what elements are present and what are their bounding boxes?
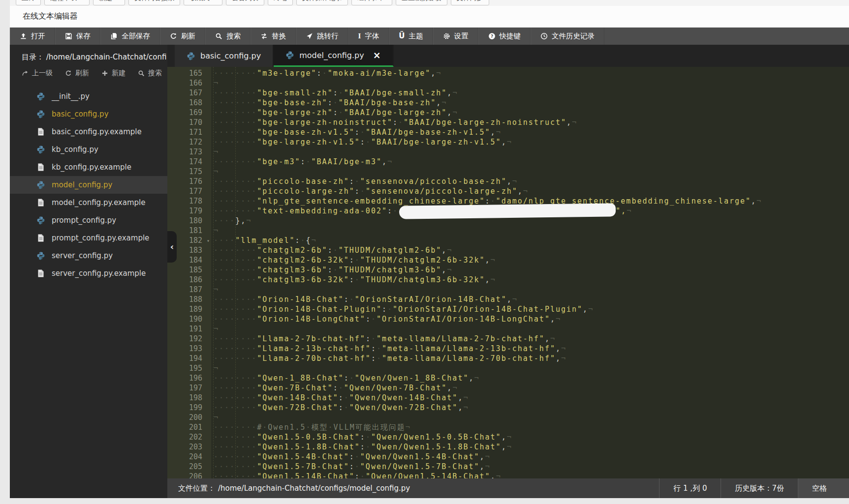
file-location-path: /home/Langchain-Chatchat/configs/model_c… <box>218 484 410 493</box>
code-line-201: 201········#·Qwen1.5·模型·VLLM可能出现问题¬ <box>167 422 849 432</box>
save-button[interactable]: 保存 <box>55 28 100 45</box>
punctuation-token: : <box>355 187 360 196</box>
shortcuts-button[interactable]: ?快捷键 <box>478 28 531 45</box>
sidebar-refresh-button[interactable]: 刷新 <box>65 69 89 78</box>
editor-app-window: 上传远程下载 ∨新建 ∨文件内容搜索收藏夹 ∨公告列表终端文件操作记录组目录 (… <box>10 0 849 498</box>
whitespace-dots: ········ <box>214 187 257 196</box>
line-number: 177 <box>167 186 211 196</box>
string-token: "llm_model" <box>235 236 295 245</box>
whitespace-dots: ········ <box>214 384 257 392</box>
status-history-count: 历史版本：7份 <box>721 478 798 498</box>
code-line-content: ¬ <box>211 324 219 334</box>
top-menu-item-6[interactable]: 终端 <box>268 0 293 5</box>
python-file-icon <box>36 110 45 119</box>
whitespace-dots: · <box>355 462 360 471</box>
sidebar-collapse-handle[interactable]: ‹ <box>167 231 177 263</box>
line-number: 180 <box>167 216 211 226</box>
file-item-basic_config.py.example[interactable]: basic_config.py.example <box>10 123 167 141</box>
search-button[interactable]: 搜索 <box>205 28 251 45</box>
sidebar-search-button[interactable]: 搜索 <box>138 69 162 78</box>
code-line-172: 172········"bge-large-zh-v1.5":·"BAAI/bg… <box>167 137 849 147</box>
line-number: 193 <box>167 344 211 354</box>
file-item-prompt_config.py.example[interactable]: prompt_config.py.example <box>10 229 167 247</box>
line-number: 174 <box>167 157 211 167</box>
settings-button[interactable]: 设置 <box>433 28 478 45</box>
python-file-icon <box>285 51 294 59</box>
punctuation-token: , <box>447 108 452 117</box>
code-line-191: 191¬ <box>167 324 849 334</box>
whitespace-dots: · <box>360 128 366 137</box>
code-line-content: ········"Llama-2-70b-chat-hf":·"meta-lla… <box>211 354 566 363</box>
top-menu-item-8[interactable]: 组目录 (2 <box>351 0 392 5</box>
tab-basic_config.py[interactable]: basic_config.py <box>175 45 274 67</box>
newline-mark: ¬ <box>485 462 491 471</box>
font-button[interactable]: I字体 <box>348 28 389 45</box>
code-line-204: 204········"Qwen1.5-4B-Chat":·"Qwen/Qwen… <box>167 452 849 462</box>
sidebar-up-level-button[interactable]: 上一级 <box>22 69 53 78</box>
file-item-prompt_config.py[interactable]: prompt_config.py <box>10 211 167 229</box>
string-token: "bge-large-zh-v1.5" <box>257 138 360 147</box>
code-line-content: ········#·Qwen1.5·模型·VLLM可能出现问题¬ <box>211 422 411 432</box>
top-menu-item-5[interactable]: 公告列表 <box>226 0 264 5</box>
code-line-189: 189········"Orion-14B-Chat-Plugin":·"Ori… <box>167 304 849 314</box>
main-area: 目录： /home/Langchain-Chatchat/confi 上一级刷新… <box>10 45 849 498</box>
punctuation-token: : <box>333 108 339 117</box>
code-line-202: 202········"Qwen1.5-0.5B-Chat":·"Qwen/Qw… <box>167 432 849 442</box>
search-label: 搜索 <box>226 31 241 41</box>
string-token: "meta-llama/Llama-2-13b-chat-hf" <box>382 344 556 353</box>
top-menu-item-7[interactable]: 文件操作记录 <box>296 0 348 5</box>
top-menu-item-3[interactable]: 文件内容搜索 <box>128 0 180 5</box>
refresh-button[interactable]: 刷新 <box>160 28 205 45</box>
top-menu-item-2[interactable]: 新建 ∨ <box>93 0 125 5</box>
string-token: "Qwen/Qwen-7B-Chat" <box>344 384 447 392</box>
goto-line-label: 跳转行 <box>317 31 339 41</box>
file-list: __init__.pybasic_config.pybasic_config.p… <box>10 88 167 498</box>
line-number: 200 <box>167 413 211 422</box>
file-item-server_config.py.example[interactable]: server_config.py.example <box>10 265 167 282</box>
code-line-content: ········"bge-m3":·"BAAI/bge-m3",¬ <box>211 157 393 167</box>
top-menu-item-1[interactable]: 远程下载 ∨ <box>44 0 90 5</box>
line-number: 194 <box>167 354 211 363</box>
punctuation-token: , <box>485 256 491 265</box>
line-number: 205 <box>167 462 211 472</box>
goto-line-button[interactable]: 跳转行 <box>296 28 348 45</box>
save-all-icon <box>110 32 118 40</box>
line-number: 178 <box>167 196 211 206</box>
whitespace-dots: ········ <box>214 344 257 353</box>
top-menu-item-0[interactable]: 上传 <box>16 0 41 5</box>
replace-button[interactable]: 替换 <box>251 28 296 45</box>
tab-model_config.py[interactable]: model_config.py× <box>274 45 393 67</box>
top-menu-item-4[interactable]: 收藏夹 ∨ <box>184 0 222 5</box>
punctuation-token: , <box>545 334 550 343</box>
sidebar-new-button[interactable]: 新建 <box>101 69 126 78</box>
line-number: 206 <box>167 472 211 478</box>
close-tab-icon[interactable]: × <box>373 51 381 59</box>
file-item-__init__.py[interactable]: __init__.py <box>10 88 167 105</box>
file-item-kb_config.py.example[interactable]: kb_config.py.example <box>10 158 167 176</box>
punctuation-token: , <box>441 246 447 255</box>
code-line-187: 187¬ <box>167 285 849 295</box>
fold-arrow-icon[interactable]: ▾ <box>207 236 210 246</box>
line-number: 169 <box>167 108 211 118</box>
file-item-model_config.py.example[interactable]: model_config.py.example <box>10 194 167 211</box>
theme-button[interactable]: Ü主题 <box>389 28 433 45</box>
whitespace-dots: · <box>393 207 398 215</box>
code-line-content: ¬ <box>211 363 219 373</box>
punctuation-token: : <box>355 128 360 137</box>
punctuation-token: , <box>431 69 436 78</box>
top-menu-item-9[interactable]: 企业级防篡改 <box>396 0 447 5</box>
string-token: "BAAI/bge-base-zh" <box>339 98 437 107</box>
file-history-button[interactable]: 文件历史记录 <box>531 28 604 45</box>
code-line-186: 186········"chatglm3-6b-32k":·"THUDM/cha… <box>167 275 849 285</box>
file-item-basic_config.py[interactable]: basic_config.py <box>10 105 167 123</box>
code-line-content: ¬ <box>211 226 219 236</box>
file-item-server_config.py[interactable]: server_config.py <box>10 247 167 265</box>
top-menu-item-10[interactable]: 文件同步 <box>451 0 489 5</box>
newline-mark: ¬ <box>523 187 529 196</box>
file-item-kb_config.py[interactable]: kb_config.py <box>10 141 167 158</box>
save-all-button[interactable]: 全部保存 <box>100 28 160 45</box>
file-item-model_config.py[interactable]: model_config.py <box>10 176 167 194</box>
newline-mark: ¬ <box>588 305 594 314</box>
open-button[interactable]: 打开 <box>10 28 55 45</box>
code-editor[interactable]: 165········"m3e-large":·"moka-ai/m3e-lar… <box>167 67 849 478</box>
